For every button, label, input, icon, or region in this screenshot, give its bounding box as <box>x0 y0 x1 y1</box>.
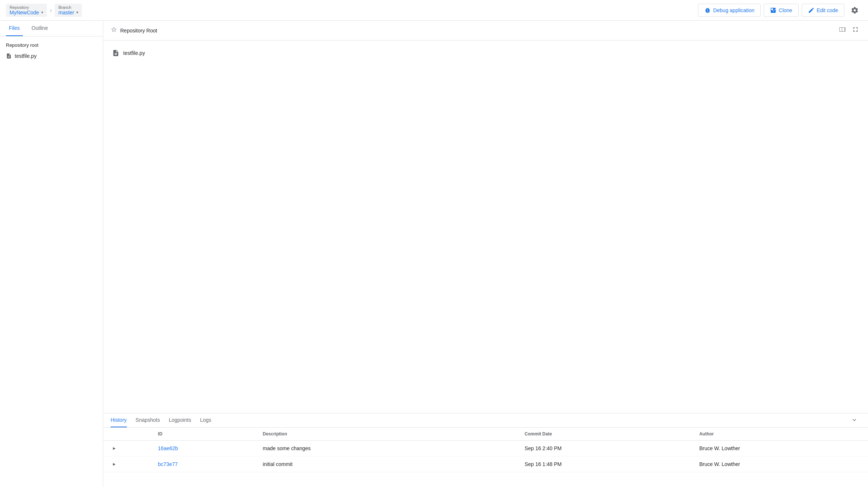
clone-label: Clone <box>779 7 792 13</box>
breadcrumb-separator-icon: › <box>50 7 52 14</box>
tab-files[interactable]: Files <box>6 21 23 36</box>
file-browser: Repository Root <box>103 21 868 413</box>
file-entry-name: testfile.py <box>123 50 145 56</box>
star-icon <box>111 26 117 33</box>
list-item[interactable]: testfile.py <box>111 46 861 60</box>
col-date-header: Commit Date <box>519 428 694 441</box>
sidebar-file-name: testfile.py <box>15 53 37 59</box>
col-description-header: Description <box>257 428 518 441</box>
tab-logpoints[interactable]: Logpoints <box>169 413 191 427</box>
settings-icon <box>851 6 859 14</box>
sidebar-content: Repository root testfile.py <box>0 36 103 487</box>
bottom-tabs: History Snapshots Logpoints Logs <box>103 413 868 428</box>
debug-application-label: Debug application <box>713 7 754 13</box>
sidebar-section-label: Repository root <box>0 41 103 51</box>
clone-button[interactable]: Clone <box>764 4 799 17</box>
tab-history[interactable]: History <box>111 413 127 427</box>
commit-author: Bruce W. Lowther <box>693 441 868 456</box>
commit-description: made some changes <box>257 441 518 456</box>
breadcrumb: Repository Root <box>111 26 157 35</box>
commit-id[interactable]: bc73e77 <box>158 461 178 467</box>
star-button[interactable] <box>111 26 117 35</box>
expand-row-button[interactable]: ► <box>111 445 118 452</box>
col-id-header: ID <box>152 428 257 441</box>
debug-icon <box>704 7 711 14</box>
branch-selector[interactable]: Branch master ▾ <box>55 4 82 17</box>
tab-snapshots[interactable]: Snapshots <box>136 413 160 427</box>
topbar-actions: Debug application Clone Edit code <box>698 3 862 18</box>
clone-icon <box>770 7 777 14</box>
branch-label: Branch <box>58 5 71 10</box>
table-row: ► 16ae62b made some changes Sep 16 2:40 … <box>103 441 868 456</box>
bottom-panel-chevron-button[interactable] <box>848 414 861 427</box>
bottom-panel: History Snapshots Logpoints Logs ID <box>103 413 868 487</box>
breadcrumb-text: Repository Root <box>120 28 157 34</box>
file-list: testfile.py <box>103 41 868 413</box>
file-browser-header: Repository Root <box>103 21 868 41</box>
tab-outline[interactable]: Outline <box>29 21 51 36</box>
repository-selector[interactable]: Repository MyNewCode ▾ <box>6 4 47 17</box>
branch-value: master ▾ <box>58 10 78 15</box>
edit-code-icon <box>808 7 815 14</box>
repo-branch-area: Repository MyNewCode ▾ › Branch master ▾ <box>6 4 82 17</box>
svg-rect-1 <box>771 8 773 10</box>
edit-code-label: Edit code <box>817 7 838 13</box>
history-table: ID Description Commit Date Author ► 16ae… <box>103 428 868 487</box>
file-icon <box>6 53 12 59</box>
table-row: ► bc73e77 initial commit Sep 16 1:48 PM … <box>103 456 868 472</box>
commit-date: Sep 16 1:48 PM <box>519 456 694 472</box>
file-entry-icon <box>112 49 119 57</box>
debug-application-button[interactable]: Debug application <box>698 4 761 17</box>
header-actions <box>837 24 861 36</box>
expand-row-button[interactable]: ► <box>111 461 118 467</box>
col-expand-header <box>103 428 152 441</box>
commit-description: initial commit <box>257 456 518 472</box>
chevron-down-icon <box>851 417 858 423</box>
commits-table: ID Description Commit Date Author ► 16ae… <box>103 428 868 472</box>
settings-button[interactable] <box>847 3 862 18</box>
repo-dropdown-arrow-icon: ▾ <box>41 10 43 14</box>
split-view-button[interactable] <box>837 24 847 36</box>
repository-value: MyNewCode ▾ <box>10 10 43 15</box>
tab-logs[interactable]: Logs <box>200 413 211 427</box>
edit-code-button[interactable]: Edit code <box>802 4 844 17</box>
sidebar-tabs: Files Outline <box>0 21 103 36</box>
repository-label: Repository <box>10 5 29 10</box>
col-author-header: Author <box>693 428 868 441</box>
commit-id[interactable]: 16ae62b <box>158 445 178 451</box>
sidebar: Files Outline Repository root testfile.p… <box>0 21 103 487</box>
commit-author: Bruce W. Lowther <box>693 456 868 472</box>
main-layout: Files Outline Repository root testfile.p… <box>0 21 868 487</box>
list-item[interactable]: testfile.py <box>0 51 103 61</box>
fullscreen-button[interactable] <box>850 24 861 36</box>
topbar: Repository MyNewCode ▾ › Branch master ▾… <box>0 0 868 21</box>
content-area: Repository Root <box>103 21 868 487</box>
commit-date: Sep 16 2:40 PM <box>519 441 694 456</box>
split-view-icon <box>839 26 846 33</box>
branch-dropdown-arrow-icon: ▾ <box>76 10 78 14</box>
fullscreen-icon <box>852 26 859 33</box>
